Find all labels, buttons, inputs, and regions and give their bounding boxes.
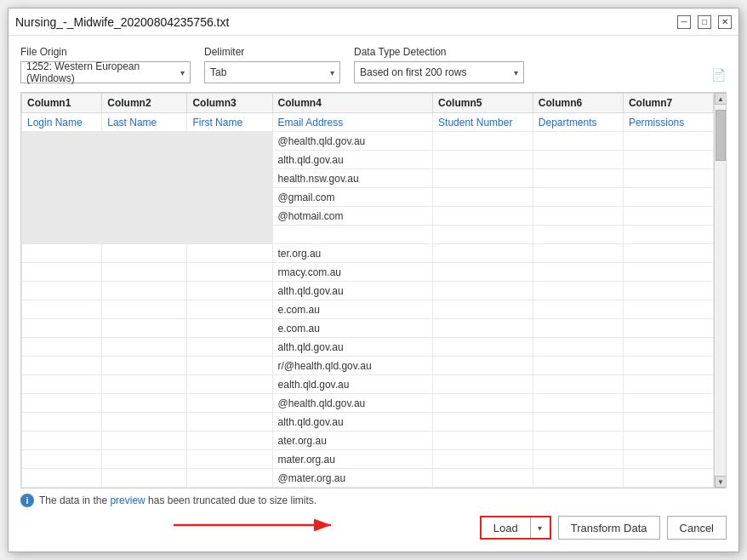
footer-row: Load ▾ Transform Data Cancel	[20, 507, 727, 543]
delimiter-arrow-icon: ▾	[330, 68, 334, 77]
table-row: @hotmail.com	[22, 207, 714, 226]
table-row: alth.qld.gov.au	[22, 338, 714, 357]
preview-table: Column1 Column2 Column3 Column4 Column5 …	[21, 93, 714, 488]
subheader-col1: Login Name	[22, 113, 102, 132]
cell-r1-c4: @health.qld.gov.au	[272, 132, 433, 151]
file-origin-value: 1252: Western European (Windows)	[26, 60, 175, 84]
col6-header: Column6	[533, 94, 623, 113]
cell-r1-c1	[22, 132, 102, 151]
close-button[interactable]: ✕	[718, 15, 732, 29]
main-window: Nursing_-_Midwife_20200804235756.txt ─ □…	[8, 8, 739, 552]
data-type-value: Based on first 200 rows	[360, 66, 466, 78]
window-title: Nursing_-_Midwife_20200804235756.txt	[15, 15, 229, 29]
red-arrow-annotation	[174, 512, 344, 538]
table-row: ealth.qld.gov.au	[22, 375, 714, 394]
subheader-col4: Email Address	[272, 113, 433, 132]
subheader-col3: First Name	[187, 113, 272, 132]
load-dropdown-arrow-button[interactable]: ▾	[531, 517, 550, 538]
data-type-arrow-icon: ▾	[514, 68, 518, 77]
table-row: @health.qld.gov.au	[22, 394, 714, 413]
subheader-row: Login Name Last Name First Name Email Ad…	[22, 113, 714, 132]
table-row: @health.qld.gov.au	[22, 132, 714, 151]
info-circle-icon: i	[20, 494, 34, 507]
info-icon[interactable]: 📄	[710, 66, 727, 83]
col5-header: Column5	[433, 94, 533, 113]
data-type-label: Data Type Detection	[354, 46, 524, 58]
content-area: File Origin 1252: Western European (Wind…	[9, 36, 738, 551]
col1-header: Column1	[22, 94, 102, 113]
table-row: rmacy.com.au	[22, 263, 714, 282]
delimiter-label: Delimiter	[204, 46, 340, 58]
col4-header: Column4	[272, 94, 433, 113]
info-message: The data in the preview has been truncat…	[39, 494, 316, 506]
title-bar: Nursing_-_Midwife_20200804235756.txt ─ □…	[9, 9, 738, 36]
info-bar: i The data in the preview has been trunc…	[20, 489, 727, 507]
minimize-button[interactable]: ─	[677, 15, 691, 29]
info-preview-link[interactable]: preview	[110, 494, 145, 506]
cell-r1-c5	[433, 132, 533, 151]
delimiter-group: Delimiter Tab ▾	[204, 46, 340, 83]
table-row: alth.qld.gov.au	[22, 151, 714, 169]
table-scroll-area[interactable]: Column1 Column2 Column3 Column4 Column5 …	[21, 93, 714, 488]
scrollbar-up-button[interactable]: ▲	[715, 93, 727, 105]
scrollbar-thumb[interactable]	[716, 110, 726, 161]
subheader-col7: Permissions	[623, 113, 713, 132]
load-button[interactable]: Load	[482, 517, 531, 538]
cell-r1-c3	[187, 132, 272, 151]
window-controls: ─ □ ✕	[677, 15, 732, 29]
vertical-scrollbar[interactable]: ▲ ▼	[714, 93, 726, 488]
cancel-button[interactable]: Cancel	[667, 516, 727, 540]
subheader-col2: Last Name	[102, 113, 187, 132]
table-row: e.com.au	[22, 300, 714, 319]
table-row: ter.org.au	[22, 244, 714, 263]
table-row	[22, 226, 714, 244]
col7-header: Column7	[623, 94, 713, 113]
preview-table-container: Column1 Column2 Column3 Column4 Column5 …	[20, 92, 727, 489]
file-origin-arrow-icon: ▾	[180, 68, 185, 77]
file-origin-dropdown[interactable]: 1252: Western European (Windows) ▾	[20, 61, 191, 83]
table-row: @gmail.com	[22, 188, 714, 207]
controls-row: File Origin 1252: Western European (Wind…	[20, 46, 727, 83]
column-header-row: Column1 Column2 Column3 Column4 Column5 …	[22, 94, 714, 113]
file-origin-label: File Origin	[20, 46, 191, 58]
col3-header: Column3	[187, 94, 272, 113]
subheader-col5: Student Number	[433, 113, 533, 132]
maximize-button[interactable]: □	[698, 15, 711, 29]
transform-data-button[interactable]: Transform Data	[558, 516, 660, 540]
table-row: e.com.au	[22, 319, 714, 338]
table-row: ater.org.au	[22, 431, 714, 450]
col2-header: Column2	[102, 94, 187, 113]
data-type-group: Data Type Detection Based on first 200 r…	[354, 46, 524, 83]
cell-r1-c7	[623, 132, 713, 151]
cell-r1-c2	[102, 132, 187, 151]
file-origin-group: File Origin 1252: Western European (Wind…	[20, 46, 191, 83]
scrollbar-down-button[interactable]: ▼	[715, 476, 727, 488]
table-row: mater.org.au	[22, 450, 714, 469]
table-row: alth.qld.gov.au	[22, 413, 714, 431]
table-row: r/@health.qld.gov.au	[22, 357, 714, 375]
table-row: @mater.org.au	[22, 469, 714, 488]
delimiter-value: Tab	[210, 66, 226, 78]
delimiter-dropdown[interactable]: Tab ▾	[204, 61, 340, 83]
table-row: health.nsw.gov.au	[22, 169, 714, 188]
data-type-dropdown[interactable]: Based on first 200 rows ▾	[354, 61, 524, 83]
load-button-group: Load ▾	[480, 516, 551, 540]
subheader-col6: Departments	[533, 113, 623, 132]
cell-r1-c6	[533, 132, 623, 151]
table-row: alth.qld.gov.au	[22, 282, 714, 300]
